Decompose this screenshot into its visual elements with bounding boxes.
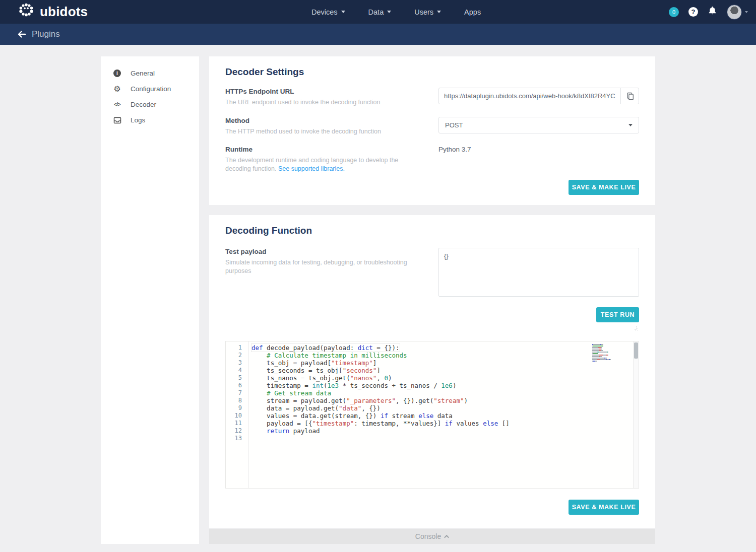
- copy-button[interactable]: [620, 88, 639, 104]
- test-payload-field-group: Test payload Simulate incoming data for …: [225, 248, 417, 275]
- section-title: Decoder Settings: [225, 66, 304, 78]
- method-select[interactable]: POST: [438, 117, 639, 133]
- avatar: [727, 5, 742, 20]
- runtime-field-group: Runtime The development runtime and codi…: [225, 146, 417, 173]
- sidebar-item-configuration[interactable]: ⚙ Configuration: [101, 81, 199, 97]
- notification-count-badge[interactable]: 0: [669, 7, 679, 17]
- menu-item-apps[interactable]: Apps: [464, 8, 481, 16]
- editor-minimap[interactable]: [592, 344, 632, 362]
- code-lines: def decode_payload(payload: dict = {}): …: [251, 344, 633, 442]
- code-editor[interactable]: 12345678910111213 def decode_payload(pay…: [225, 341, 639, 489]
- runtime-value: Python 3.7: [438, 146, 639, 153]
- code-line: stream = payload.get("_parameters", {}).…: [251, 397, 633, 404]
- method-description: The HTTP method used to invoke the decod…: [225, 127, 417, 136]
- code-line: # Get stream data: [251, 389, 633, 397]
- code-line: def decode_payload(payload: dict = {}):: [251, 344, 633, 352]
- info-icon: i: [113, 70, 121, 77]
- section-title: Decoding Function: [225, 225, 312, 236]
- bell-icon[interactable]: [708, 6, 717, 18]
- chevron-down-icon: [745, 11, 748, 13]
- code-line: # Calculate timestamp in milliseconds: [251, 352, 633, 359]
- sidebar-item-general[interactable]: i General: [101, 65, 199, 81]
- user-menu[interactable]: [727, 5, 748, 20]
- back-button[interactable]: [17, 29, 27, 39]
- runtime-description: The development runtime and coding langu…: [225, 156, 417, 173]
- code-line: ts_obj = payload["timestamp"]: [251, 359, 633, 367]
- page-title: Plugins: [32, 29, 60, 39]
- sidebar-item-logs[interactable]: Logs: [101, 112, 199, 128]
- menu-item-label: Users: [414, 8, 433, 16]
- chevron-down-icon: [387, 11, 391, 13]
- menu-item-label: Devices: [311, 8, 338, 16]
- code-line: timestamp = int(1e3 * ts_seconds + ts_na…: [251, 382, 633, 389]
- endpoint-url-input[interactable]: [439, 88, 620, 104]
- method-select-row: POST: [438, 117, 639, 133]
- endpoint-description: The URL endpoint used to invoke the deco…: [225, 98, 417, 107]
- line-number-gutter: 12345678910111213: [226, 341, 249, 488]
- editor-scrollbar[interactable]: [633, 341, 639, 488]
- plugin-decoder-page: ubidots Devices Data Users Apps 0 ?: [0, 0, 756, 552]
- page-header-bar: Plugins: [0, 24, 756, 45]
- code-icon: </>: [113, 102, 121, 107]
- supported-libraries-link[interactable]: See supported libraries.: [278, 165, 345, 172]
- decoder-settings-card: Decoder Settings HTTPs Endpoint URL The …: [209, 56, 655, 205]
- ubidots-logo[interactable]: ubidots: [17, 2, 88, 22]
- method-field-group: Method The HTTP method used to invoke th…: [225, 117, 417, 136]
- menu-item-devices[interactable]: Devices: [311, 8, 345, 16]
- code-line: return payload: [251, 427, 633, 435]
- chevron-down-icon: [628, 124, 633, 126]
- brand-name: ubidots: [40, 4, 88, 20]
- console-label: Console: [415, 532, 441, 540]
- test-payload-description: Simulate incoming data for testing, debu…: [225, 258, 419, 275]
- top-navbar: ubidots Devices Data Users Apps 0 ?: [0, 0, 756, 24]
- test-payload-row: {}: [438, 248, 639, 299]
- help-icon[interactable]: ?: [688, 7, 698, 17]
- arrow-left-icon: [17, 29, 27, 39]
- endpoint-label: HTTPs Endpoint URL: [225, 88, 417, 95]
- logs-icon: [113, 117, 121, 124]
- sidebar-item-label: Configuration: [131, 85, 171, 93]
- test-payload-label: Test payload: [225, 248, 417, 255]
- ubidots-dots-icon: [17, 2, 35, 22]
- menu-item-users[interactable]: Users: [414, 8, 441, 16]
- settings-sidebar: i General ⚙ Configuration </> Decoder Lo…: [101, 56, 199, 544]
- save-make-live-button[interactable]: SAVE & MAKE LIVE: [569, 180, 639, 195]
- console-toggle-bar[interactable]: Console: [209, 529, 655, 544]
- code-line: payload = [{"timestamp": timestamp, **va…: [251, 420, 633, 427]
- chevron-down-icon: [341, 11, 345, 13]
- code-line: ts_nanos = ts_obj.get("nanos", 0): [251, 374, 633, 382]
- sidebar-item-label: General: [131, 70, 155, 77]
- copy-icon: [626, 92, 634, 100]
- runtime-label: Runtime: [225, 146, 417, 153]
- gear-icon: ⚙: [113, 85, 121, 93]
- sidebar-item-label: Decoder: [131, 101, 156, 108]
- code-line: ts_seconds = ts_obj["seconds"]: [251, 367, 633, 374]
- test-run-button[interactable]: TEST RUN: [596, 307, 639, 322]
- resize-handle-icon[interactable]: [633, 326, 638, 330]
- chevron-down-icon: [437, 11, 441, 13]
- save-make-live-button[interactable]: SAVE & MAKE LIVE: [569, 500, 639, 515]
- menu-item-label: Apps: [464, 8, 481, 16]
- main-menu: Devices Data Users Apps: [311, 0, 481, 24]
- menu-item-label: Data: [368, 8, 384, 16]
- test-payload-textarea[interactable]: {}: [438, 248, 639, 297]
- menu-item-data[interactable]: Data: [368, 8, 392, 16]
- endpoint-input-row: [438, 88, 639, 104]
- code-line: data = payload.get("data", {}): [251, 404, 633, 412]
- code-line: [251, 435, 633, 442]
- sidebar-item-decoder[interactable]: </> Decoder: [101, 97, 199, 112]
- decoding-function-card: Decoding Function Test payload Simulate …: [209, 215, 655, 528]
- scrollbar-thumb[interactable]: [634, 342, 638, 359]
- sidebar-item-label: Logs: [131, 116, 145, 124]
- navbar-actions: 0 ?: [669, 0, 748, 24]
- endpoint-field-group: HTTPs Endpoint URL The URL endpoint used…: [225, 88, 417, 107]
- code-line: values = data.get(stream, {}) if stream …: [251, 412, 633, 420]
- method-label: Method: [225, 117, 417, 124]
- chevron-up-icon: [444, 534, 449, 539]
- method-selected-value: POST: [445, 121, 463, 129]
